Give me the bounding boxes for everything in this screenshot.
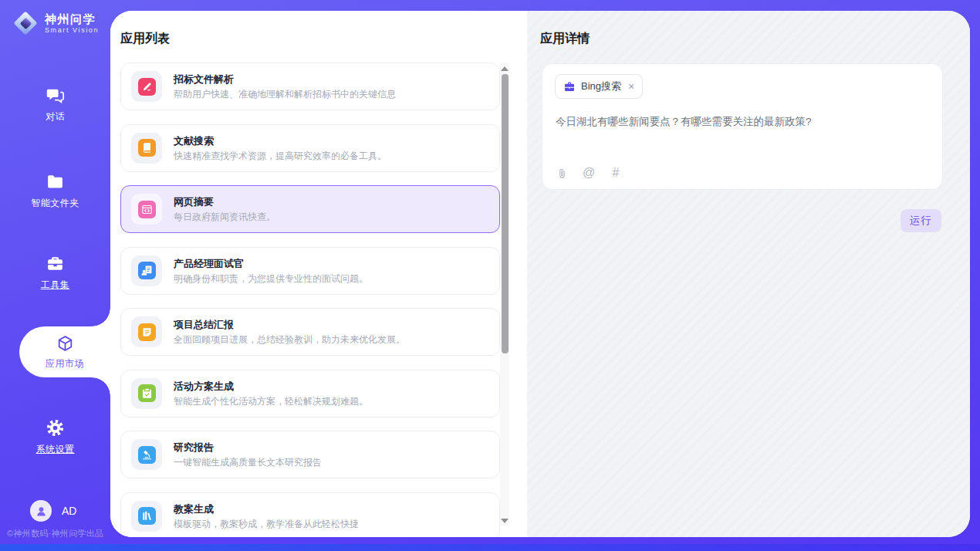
brand-text: 神州问学 Smart Vision <box>45 12 99 34</box>
app-icon-container <box>131 194 162 225</box>
app-list-scrollbar[interactable] <box>500 63 509 526</box>
app-card[interactable]: 项目总结汇报全面回顾项目进展，总结经验教训，助力未来优化发展。 <box>120 308 500 356</box>
scrollbar-up-icon[interactable] <box>501 66 509 71</box>
app-card-desc: 快速精准查找学术资源，提高研究效率的必备工具。 <box>174 150 387 161</box>
app-icon-container <box>131 439 162 470</box>
note-icon <box>138 323 156 341</box>
tool-chip-label: Bing搜索 <box>581 79 621 93</box>
user-row[interactable]: AD <box>30 500 76 522</box>
folder-icon <box>46 171 66 191</box>
prompt-text[interactable]: 今日湖北有哪些新闻要点？有哪些需要关注的最新政策? <box>556 115 928 129</box>
app-card-desc: 一键智能生成高质量长文本研究报告 <box>174 457 322 468</box>
app-list: 招标文件解析帮助用户快速、准确地理解和解析招标书中的关键信息文献搜索快速精准查找… <box>120 63 500 537</box>
interviewer-icon <box>138 262 156 279</box>
gear-icon <box>46 417 66 438</box>
user-label: AD <box>62 505 76 517</box>
app-icon-container <box>131 255 162 286</box>
book-icon <box>138 139 156 157</box>
app-card-desc: 全面回顾项目进展，总结经验教训，助力未来优化发展。 <box>174 334 405 345</box>
sidebar-item-toolbox[interactable]: 工具集 <box>0 253 110 292</box>
app-card[interactable]: 教案生成模板驱动，教案秒成，教学准备从此轻松快捷 <box>120 492 500 538</box>
cube-icon <box>55 334 75 354</box>
chip-remove-icon[interactable]: × <box>628 81 634 92</box>
app-icon-container <box>131 501 162 532</box>
hash-icon[interactable]: # <box>609 165 623 181</box>
toolbox-icon <box>46 253 66 273</box>
run-button[interactable]: 运行 <box>901 209 941 232</box>
app-card-text: 活动方案生成智能生成个性化活动方案，轻松解决规划难题。 <box>174 380 368 407</box>
bottom-taskbar <box>0 544 980 551</box>
app-list-title: 应用列表 <box>120 31 170 47</box>
browser-code-icon <box>138 201 156 218</box>
app-card-title: 研究报告 <box>174 441 322 453</box>
app-detail-panel: 应用详情 Bing搜索 × 今日湖北有哪些新闻要点？有哪些需要关注的最新政策? … <box>527 11 970 537</box>
prompt-card: Bing搜索 × 今日湖北有哪些新闻要点？有哪些需要关注的最新政策? @# <box>542 63 943 190</box>
app-card-title: 网页摘要 <box>174 196 275 208</box>
sidebar-item-folder[interactable]: 智能文件夹 <box>0 171 110 210</box>
mention-icon[interactable]: @ <box>582 165 596 181</box>
books-icon <box>138 507 156 525</box>
app-detail-title: 应用详情 <box>540 31 590 47</box>
app-card-text: 项目总结汇报全面回顾项目进展，总结经验教训，助力未来优化发展。 <box>174 319 405 345</box>
sidebar-item-label: 对话 <box>46 110 65 123</box>
sidebar-item-chat[interactable]: 对话 <box>0 85 110 123</box>
app-card-desc: 智能生成个性化活动方案，轻松解决规划难题。 <box>174 396 368 407</box>
content-area: 应用列表 招标文件解析帮助用户快速、准确地理解和解析招标书中的关键信息文献搜索快… <box>110 11 970 537</box>
person-icon <box>35 505 48 518</box>
app-card[interactable]: 网页摘要每日政府新闻资讯快查。 <box>120 185 500 233</box>
sidebar: 神州问学 Smart Vision 对话智能文件夹工具集应用市场系统设置 AD … <box>0 0 110 544</box>
attach-icon[interactable] <box>555 165 569 181</box>
app-card-title: 教案生成 <box>174 503 359 515</box>
app-card[interactable]: 产品经理面试官明确身份和职责，为您提供专业性的面试问题。 <box>120 247 500 295</box>
app-card-text: 产品经理面试官明确身份和职责，为您提供专业性的面试问题。 <box>174 258 368 284</box>
brand-logo-icon <box>13 11 38 35</box>
app-card-desc: 模板驱动，教案秒成，教学准备从此轻松快捷 <box>174 519 359 529</box>
brand-tagline: Smart Vision <box>45 26 99 34</box>
sidebar-item-label: 系统设置 <box>36 443 75 456</box>
app-card-text: 研究报告一键智能生成高质量长文本研究报告 <box>174 441 322 468</box>
chat-icon <box>46 85 66 105</box>
app-card[interactable]: 招标文件解析帮助用户快速、准确地理解和解析招标书中的关键信息 <box>120 63 500 110</box>
copyright-footer: ©神州数码·神州问学出品 <box>7 528 110 539</box>
app-card[interactable]: 活动方案生成智能生成个性化活动方案，轻松解决规划难题。 <box>120 370 500 417</box>
sidebar-item-gear[interactable]: 系统设置 <box>0 417 110 456</box>
app-icon-container <box>131 71 162 102</box>
app-card-title: 招标文件解析 <box>174 73 396 85</box>
scrollbar-thumb[interactable] <box>502 74 509 353</box>
app-card[interactable]: 文献搜索快速精准查找学术资源，提高研究效率的必备工具。 <box>120 124 500 172</box>
app-card-desc: 明确身份和职责，为您提供专业性的面试问题。 <box>174 273 368 284</box>
brand-logo: 神州问学 Smart Vision <box>13 11 99 35</box>
sidebar-item-label: 智能文件夹 <box>31 197 79 210</box>
clipboard-check-icon <box>138 384 156 402</box>
app-icon-container <box>131 316 162 347</box>
app-icon-container <box>131 378 162 409</box>
app-card-text: 文献搜索快速精准查找学术资源，提高研究效率的必备工具。 <box>174 135 387 161</box>
app-card-desc: 每日政府新闻资讯快查。 <box>174 211 275 222</box>
pen-icon <box>138 78 156 96</box>
avatar[interactable] <box>30 500 52 522</box>
briefcase-icon <box>563 80 576 93</box>
app-card-title: 活动方案生成 <box>174 380 368 392</box>
microscope-icon <box>138 446 156 464</box>
sidebar-item-cube[interactable]: 应用市场 <box>19 326 110 377</box>
app-card-text: 招标文件解析帮助用户快速、准确地理解和解析招标书中的关键信息 <box>174 73 396 100</box>
app-list-panel: 应用列表 招标文件解析帮助用户快速、准确地理解和解析招标书中的关键信息文献搜索快… <box>110 11 527 537</box>
app-card-title: 文献搜索 <box>174 135 387 147</box>
app-card-title: 项目总结汇报 <box>174 319 405 330</box>
app-card-desc: 帮助用户快速、准确地理解和解析招标书中的关键信息 <box>174 89 396 100</box>
brand-name: 神州问学 <box>45 12 99 25</box>
tool-chip-bing-search[interactable]: Bing搜索 × <box>555 74 643 99</box>
app-card-text: 网页摘要每日政府新闻资讯快查。 <box>174 196 275 222</box>
prompt-toolbar: @# <box>555 165 623 181</box>
app-card[interactable]: 研究报告一键智能生成高质量长文本研究报告 <box>120 431 500 478</box>
scrollbar-down-icon[interactable] <box>501 519 509 523</box>
app-card-title: 产品经理面试官 <box>174 258 368 269</box>
sidebar-item-label: 应用市场 <box>46 357 84 370</box>
app-card-text: 教案生成模板驱动，教案秒成，教学准备从此轻松快捷 <box>174 503 359 529</box>
sidebar-item-label: 工具集 <box>41 279 70 292</box>
app-icon-container <box>131 133 162 164</box>
